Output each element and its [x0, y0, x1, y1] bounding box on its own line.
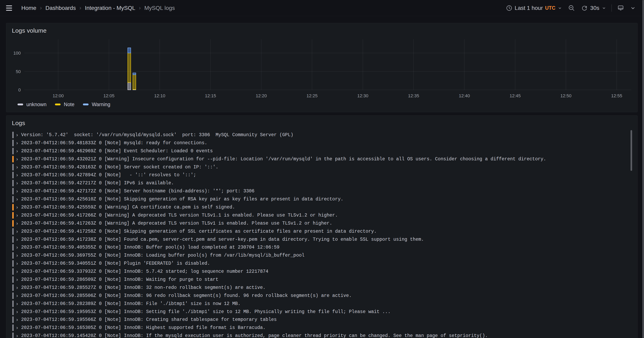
log-level-bar — [12, 276, 14, 283]
legend-item-unknown[interactable]: unknown — [18, 102, 46, 107]
tv-view-button[interactable] — [614, 4, 627, 13]
log-row[interactable]: ›2023-07-04T12:06:59.427172Z 0 [Note] Se… — [12, 187, 624, 195]
log-row[interactable]: ›2023-07-04T12:06:59.417263Z 0 [Warning]… — [12, 219, 624, 227]
expand-icon[interactable]: › — [16, 309, 18, 314]
breadcrumb-item-dashboards[interactable]: Dashboards — [46, 5, 76, 11]
expand-icon[interactable]: › — [16, 133, 18, 137]
menu-button[interactable] — [6, 4, 15, 13]
log-row[interactable]: ›2023-07-04T12:06:59.195953Z 0 [Note] In… — [12, 308, 624, 316]
breadcrumb-separator-icon: › — [40, 5, 42, 11]
log-line-text: 2023-07-04T12:06:59.195566Z 0 [Note] Inn… — [21, 317, 277, 322]
time-range-label: Last 1 hour — [514, 5, 543, 11]
log-line-text: 2023-07-04T12:06:59.428163Z 0 [Note] Ser… — [21, 165, 218, 170]
svg-text:12:35: 12:35 — [408, 93, 419, 98]
log-level-bar — [12, 172, 14, 178]
expand-icon[interactable]: › — [16, 277, 18, 282]
svg-text:100: 100 — [13, 51, 21, 56]
expand-icon[interactable]: › — [16, 285, 18, 290]
log-row[interactable]: ›2023-07-04T12:06:59.462969Z 0 [Note] Ev… — [12, 147, 624, 155]
log-row[interactable]: ›2023-07-04T12:06:59.369755Z 0 [Note] In… — [12, 251, 624, 259]
legend-item-note[interactable]: Note — [55, 102, 74, 107]
topbar-divider — [612, 5, 612, 12]
expand-icon[interactable]: › — [16, 237, 18, 242]
expand-icon[interactable]: › — [16, 149, 18, 154]
log-row[interactable]: ›2023-07-04T12:06:59.417258Z 0 [Note] Sk… — [12, 227, 624, 235]
log-row[interactable]: ›2023-07-04T12:06:59.285527Z 0 [Note] In… — [12, 284, 624, 292]
topbar-more-button[interactable] — [628, 4, 638, 13]
expand-icon[interactable]: › — [16, 181, 18, 186]
log-row[interactable]: ›2023-07-04T12:06:59.195566Z 0 [Note] In… — [12, 316, 624, 324]
svg-text:12:25: 12:25 — [306, 93, 318, 98]
expand-icon[interactable]: › — [16, 173, 18, 177]
log-level-bar — [12, 260, 14, 267]
expand-icon[interactable]: › — [16, 165, 18, 170]
log-row[interactable]: ›2023-07-04T12:06:59.432021Z 0 [Warning]… — [12, 155, 624, 163]
log-row[interactable]: ›2023-07-04T12:06:59.286509Z 0 [Note] In… — [12, 275, 624, 284]
log-row[interactable]: ›2023-07-04T12:06:59.427894Z 0 [Note] - … — [12, 171, 624, 179]
expand-icon[interactable]: › — [16, 317, 18, 322]
log-level-bar — [12, 188, 14, 194]
expand-icon[interactable]: › — [16, 205, 18, 210]
expand-icon[interactable]: › — [16, 245, 18, 250]
refresh-interval-label: 30s — [590, 5, 599, 11]
log-row[interactable]: ›2023-07-04T12:06:59.417266Z 0 [Warning]… — [12, 211, 624, 219]
expand-icon[interactable]: › — [16, 213, 18, 218]
log-row[interactable]: ›2023-07-04T12:06:59.340551Z 0 [Note] Pl… — [12, 259, 624, 267]
log-row[interactable]: ›2023-07-04T12:06:59.425610Z 0 [Note] Sk… — [12, 195, 624, 203]
log-level-bar — [12, 284, 14, 291]
legend-swatch — [18, 104, 23, 105]
log-level-bar — [12, 180, 14, 186]
log-row[interactable]: ›2023-07-04T12:06:59.285506Z 0 [Note] In… — [12, 292, 624, 300]
svg-text:12:55: 12:55 — [611, 93, 622, 98]
logs-scrollbar-thumb[interactable] — [630, 130, 632, 171]
expand-icon[interactable]: › — [16, 221, 18, 226]
log-list: ›Version: '5.7.42' socket: '/var/run/mys… — [12, 131, 624, 338]
log-level-bar — [12, 196, 14, 202]
page-scrollbar[interactable] — [642, 0, 644, 338]
log-row[interactable]: ›Version: '5.7.42' socket: '/var/run/mys… — [12, 131, 624, 139]
monitor-icon — [617, 5, 624, 12]
breadcrumb-item-integration-mysql[interactable]: Integration - MySQL — [85, 5, 136, 11]
log-row[interactable]: ›2023-07-04T12:06:59.282389Z 0 [Note] In… — [12, 300, 624, 308]
log-row[interactable]: ›2023-07-04T12:06:59.428163Z 0 [Note] Se… — [12, 163, 624, 171]
log-row[interactable]: ›2023-07-04T12:06:59.425559Z 0 [Warning]… — [12, 203, 624, 211]
expand-icon[interactable]: › — [16, 269, 18, 274]
panel-title-logs[interactable]: Logs — [12, 120, 25, 127]
expand-icon[interactable]: › — [16, 325, 18, 330]
refresh-dropdown[interactable]: 30s — [578, 4, 608, 13]
log-level-bar — [12, 316, 14, 323]
log-level-bar — [12, 212, 14, 219]
log-line-text: 2023-07-04T12:06:59.462969Z 0 [Note] Eve… — [21, 148, 213, 154]
log-line-text: 2023-07-04T12:06:59.337932Z 0 [Note] Inn… — [21, 269, 268, 274]
expand-icon[interactable]: › — [16, 301, 18, 306]
log-row[interactable]: ›2023-07-04T12:06:59.481833Z 0 [Note] my… — [12, 139, 624, 147]
expand-icon[interactable]: › — [16, 157, 18, 162]
log-line-text: 2023-07-04T12:06:59.369755Z 0 [Note] Inn… — [21, 253, 304, 258]
log-row[interactable]: ›2023-07-04T12:06:59.165305Z 0 [Note] In… — [12, 324, 624, 332]
log-row[interactable]: ›2023-07-04T12:06:59.145420Z 0 [Note] In… — [12, 332, 624, 338]
log-row[interactable]: ›2023-07-04T12:06:59.405355Z 0 [Note] In… — [12, 243, 624, 251]
log-row[interactable]: ›2023-07-04T12:06:59.337932Z 0 [Note] In… — [12, 267, 624, 275]
breadcrumb-separator-icon: › — [139, 5, 141, 11]
log-row[interactable]: ›2023-07-04T12:06:59.427217Z 0 [Note] IP… — [12, 179, 624, 187]
time-range-picker[interactable]: Last 1 hour UTC — [504, 4, 564, 13]
expand-icon[interactable]: › — [16, 229, 18, 234]
expand-icon[interactable]: › — [16, 253, 18, 258]
top-navigation-bar: Home › Dashboards › Integration - MySQL … — [0, 0, 644, 16]
expand-icon[interactable]: › — [16, 197, 18, 202]
zoom-out-button[interactable] — [566, 4, 578, 13]
log-row[interactable]: ›2023-07-04T12:06:59.417238Z 0 [Note] Fo… — [12, 235, 624, 243]
page-scrollbar-thumb[interactable] — [642, 0, 644, 338]
expand-icon[interactable]: › — [16, 261, 18, 266]
logs-volume-chart[interactable]: 12:0012:0512:1012:1512:2012:2512:3012:35… — [6, 23, 637, 112]
expand-icon[interactable]: › — [16, 189, 18, 194]
log-level-bar — [12, 300, 14, 307]
log-level-bar — [12, 292, 14, 299]
svg-text:12:05: 12:05 — [104, 93, 114, 98]
log-line-text: 2023-07-04T12:06:59.285527Z 0 [Note] Inn… — [21, 285, 266, 290]
expand-icon[interactable]: › — [16, 141, 18, 145]
breadcrumb-item-home[interactable]: Home — [21, 5, 36, 11]
expand-icon[interactable]: › — [16, 293, 18, 298]
legend-item-warning[interactable]: Warning — [83, 102, 110, 107]
expand-icon[interactable]: › — [16, 333, 18, 338]
